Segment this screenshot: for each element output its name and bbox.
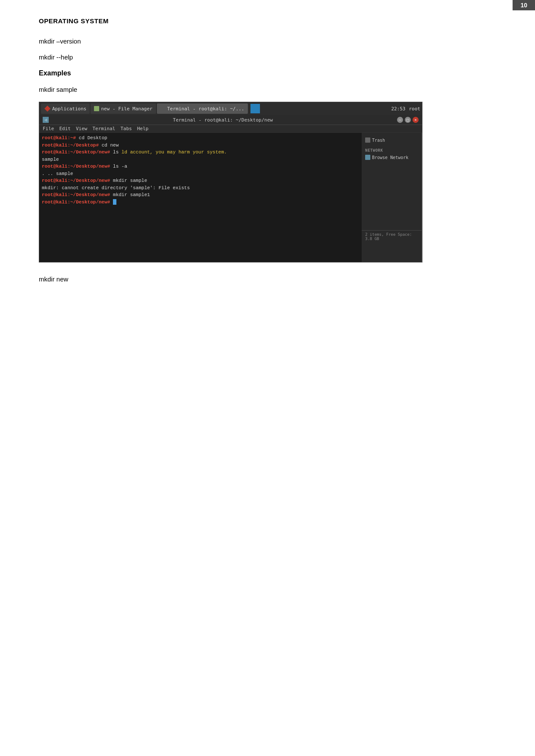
file-manager-icon: [94, 106, 99, 111]
terminal-content[interactable]: root@kali:~# cd Desktop root@kali:~/Desk…: [39, 133, 362, 262]
terminal-line-6: . .. sample: [42, 170, 359, 178]
window-buttons: – □ ×: [397, 117, 419, 123]
menu-tabs[interactable]: Tabs: [120, 126, 132, 131]
network-section-title: NETWORK: [362, 146, 422, 153]
prompt-3: root@kali:~/Desktop/new#: [42, 150, 110, 155]
terminal-window: ◁ Terminal - root@kali: ~/Desktop/new – …: [39, 115, 422, 262]
window-controls: ◁: [43, 117, 49, 123]
taskbar: Applications new - File Manager Terminal…: [39, 102, 422, 115]
terminal-taskbar-btn[interactable]: Terminal - root@kali: ~/...: [157, 103, 248, 114]
mkdir-sample-cmd: mkdir sample: [39, 86, 496, 93]
terminal-line-7: root@kali:~/Desktop/new# mkdir sample: [42, 177, 359, 184]
terminal-line-4: sample: [42, 156, 359, 163]
prompt-5: root@kali:~/Desktop/new#: [42, 178, 110, 183]
trash-icon: [365, 137, 370, 143]
browse-network-label: Browse Network: [372, 155, 408, 160]
cmd-6: mkdir sample1: [113, 192, 150, 197]
output-2: . .. sample: [42, 171, 73, 176]
clock: 22:53: [391, 106, 405, 112]
prompt-7: root@kali:~/Desktop/new#: [42, 200, 110, 205]
page-number: 10: [513, 0, 535, 10]
sidebar-trash[interactable]: Trash: [362, 136, 422, 144]
terminal-line-3: root@kali:~/Desktop/new# ls ld account, …: [42, 149, 359, 156]
trash-label: Trash: [372, 138, 385, 143]
menu-terminal[interactable]: Terminal: [93, 126, 116, 131]
screenshot: Applications new - File Manager Terminal…: [39, 102, 422, 262]
cmd-1: cd Desktop: [79, 135, 107, 141]
prompt-1: root@kali:~#: [42, 135, 76, 141]
mkdir-new-cmd: mkdir new: [39, 275, 496, 283]
cmd-2: cd new: [102, 143, 119, 148]
terminal-line-1: root@kali:~# cd Desktop: [42, 134, 359, 142]
terminal-menubar: File Edit View Terminal Tabs Help: [39, 125, 422, 133]
applications-label: Applications: [52, 106, 86, 112]
warning-text: ld account, you may harm your system.: [122, 150, 227, 155]
menu-edit[interactable]: Edit: [59, 126, 71, 131]
sidebar-browse-network[interactable]: Browse Network: [362, 153, 422, 161]
cmd-5: mkdir sample: [113, 178, 147, 183]
terminal-icon: [160, 106, 166, 111]
kali-icon: [44, 106, 50, 112]
file-manager-sidebar: Trash NETWORK Browse Network 2 items, Fr…: [362, 133, 422, 262]
mkdir-version-cmd: mkdir –version: [39, 37, 496, 45]
terminal-line-2: root@kali:~/Desktop# cd new: [42, 142, 359, 149]
terminal-line-8: mkdir: cannot create directory 'sample':…: [42, 184, 359, 192]
prompt-6: root@kali:~/Desktop/new#: [42, 192, 110, 197]
menu-help[interactable]: Help: [137, 126, 149, 131]
applications-menu[interactable]: Applications: [41, 103, 90, 114]
file-manager-btn[interactable]: new - File Manager: [91, 103, 156, 114]
terminal-ctrl-left[interactable]: ◁: [43, 117, 49, 123]
network-icon: [365, 155, 370, 160]
minimize-button[interactable]: –: [397, 117, 403, 123]
taskbar-user: root: [409, 106, 421, 112]
blue-square-icon: [250, 104, 260, 113]
taskbar-time-area: 22:53 root: [391, 106, 420, 112]
examples-heading: Examples: [39, 69, 496, 77]
prompt-4: root@kali:~/Desktop/new#: [42, 164, 110, 169]
file-manager-label: new - File Manager: [101, 106, 152, 112]
terminal-line-5: root@kali:~/Desktop/new# ls -a: [42, 163, 359, 170]
mkdir-help-cmd: mkdir --help: [39, 53, 496, 61]
terminal-line-10: root@kali:~/Desktop/new#: [42, 199, 359, 206]
close-button[interactable]: ×: [413, 117, 419, 123]
output-3: mkdir: cannot create directory 'sample':…: [42, 185, 190, 191]
terminal-titlebar: ◁ Terminal - root@kali: ~/Desktop/new – …: [39, 115, 422, 125]
cursor: [113, 199, 116, 205]
output-1: sample: [42, 157, 59, 162]
terminal-main: root@kali:~# cd Desktop root@kali:~/Desk…: [39, 133, 422, 262]
menu-view[interactable]: View: [76, 126, 88, 131]
maximize-button[interactable]: □: [405, 117, 411, 123]
terminal-line-9: root@kali:~/Desktop/new# mkdir sample1: [42, 191, 359, 199]
cmd-3: ls: [113, 150, 119, 155]
terminal-label: Terminal - root@kali: ~/...: [167, 106, 244, 112]
cmd-4: ls -a: [113, 164, 127, 169]
statusbar: 2 items, Free Space: 3.8 GB: [362, 230, 422, 243]
terminal-title: Terminal - root@kali: ~/Desktop/new: [49, 117, 397, 123]
prompt-2: root@kali:~/Desktop#: [42, 143, 99, 148]
menu-file[interactable]: File: [43, 126, 54, 131]
section-title: OPERATING SYSTEM: [39, 17, 496, 25]
